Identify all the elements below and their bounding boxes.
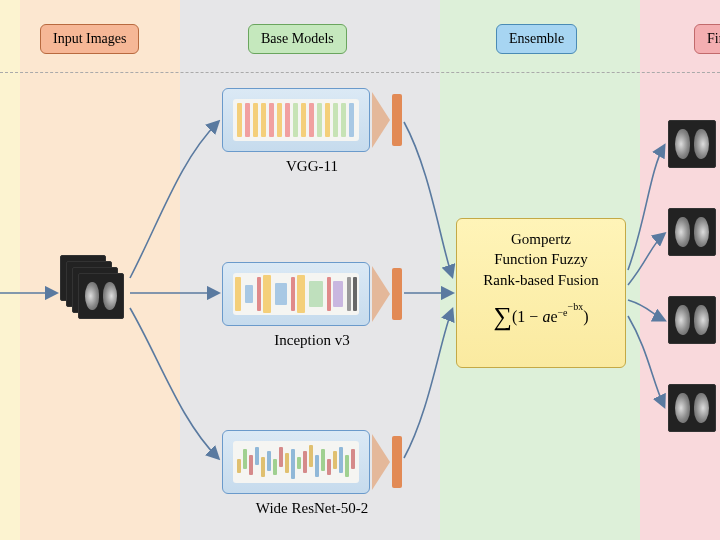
sigma-icon: ∑ <box>493 302 512 331</box>
fusion-formula: ∑(1 − ae−e−bx) <box>457 296 625 331</box>
model-label-vgg11: VGG-11 <box>222 158 402 175</box>
classifier-bar-icon <box>392 268 402 320</box>
fc-layers-icon <box>372 266 390 322</box>
fusion-line-3: Rank-based Fusion <box>457 270 625 290</box>
output-ct-1 <box>668 120 716 168</box>
model-label-inceptionv3: Inception v3 <box>222 332 402 349</box>
arch-vgg11 <box>233 99 359 141</box>
model-wideresnet <box>222 430 370 494</box>
stage-pre <box>0 0 20 540</box>
stage-label-input: Input Images <box>40 24 139 54</box>
fusion-line-1: Gompertz <box>457 229 625 249</box>
arch-wideresnet <box>233 441 359 483</box>
output-ct-2 <box>668 208 716 256</box>
fc-layers-icon <box>372 434 390 490</box>
fc-layers-icon <box>372 92 390 148</box>
stage-final <box>640 0 720 540</box>
model-label-wideresnet: Wide ResNet-50-2 <box>222 500 402 517</box>
output-ct-3 <box>668 296 716 344</box>
classifier-bar-icon <box>392 436 402 488</box>
divider-line <box>0 72 720 73</box>
stage-label-ensemble: Ensemble <box>496 24 577 54</box>
fusion-line-2: Function Fuzzy <box>457 249 625 269</box>
stage-label-final: Final P <box>694 24 720 54</box>
ct-scan-stack <box>60 255 122 319</box>
arch-inceptionv3 <box>233 273 359 315</box>
model-vgg11 <box>222 88 370 152</box>
output-ct-4 <box>668 384 716 432</box>
model-inceptionv3 <box>222 262 370 326</box>
stage-label-base: Base Models <box>248 24 347 54</box>
fusion-block: Gompertz Function Fuzzy Rank-based Fusio… <box>456 218 626 368</box>
classifier-bar-icon <box>392 94 402 146</box>
